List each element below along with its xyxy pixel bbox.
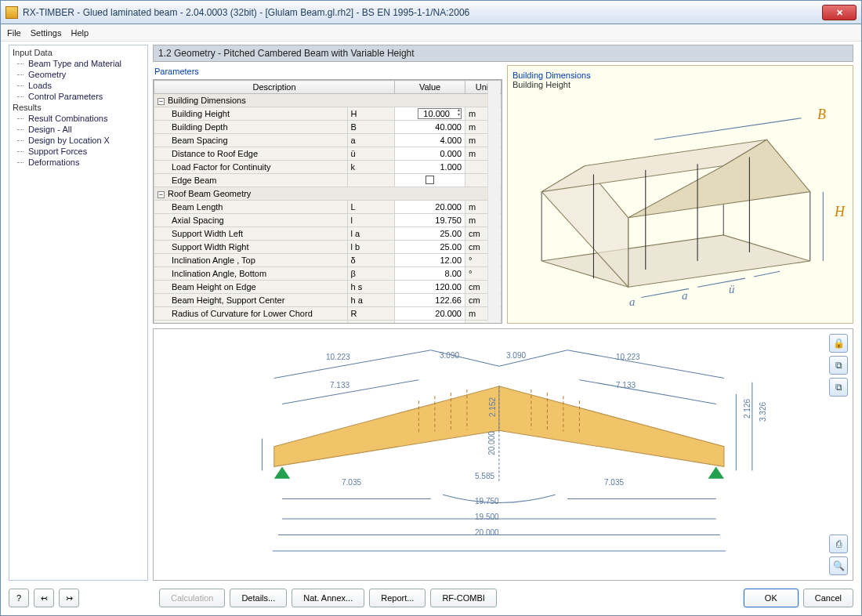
building-title: Building Dimensions bbox=[512, 71, 848, 80]
edge-beam-checkbox[interactable] bbox=[426, 176, 434, 184]
params-label: Parameters bbox=[153, 65, 502, 79]
dim-20000: 20.000 bbox=[475, 528, 499, 537]
svg-line-34 bbox=[579, 380, 715, 404]
nav-control-params[interactable]: Control Parameters bbox=[13, 91, 144, 102]
nav-results-header: Results bbox=[13, 102, 144, 113]
dim-10223-l: 10.223 bbox=[326, 353, 350, 361]
dim-5585: 5.585 bbox=[475, 472, 494, 480]
nat-annex-button[interactable]: Nat. Annex... bbox=[292, 589, 364, 607]
row-distance-roof-edge[interactable]: Distance to Roof Edgeü0.000m bbox=[154, 147, 502, 161]
menu-help[interactable]: Help bbox=[71, 28, 89, 38]
building-panel: Building Dimensions Building Height bbox=[507, 65, 853, 324]
copy-icon[interactable]: ⧉ bbox=[829, 356, 848, 375]
menubar: File Settings Help bbox=[1, 24, 861, 42]
row-incl-bottom[interactable]: Inclination Angle, Bottomβ8.00° bbox=[154, 267, 502, 281]
nav-result-combinations[interactable]: Result Combinations bbox=[13, 113, 144, 124]
params-grid[interactable]: Description Value Unit −Building Dimensi… bbox=[153, 79, 502, 324]
nav-support-forces[interactable]: Support Forces bbox=[13, 146, 144, 157]
content-area: 1.2 Geometry - Pitched Cambered Beam wit… bbox=[153, 45, 853, 581]
view-tools-top: 🔒 ⧉ ⧉ bbox=[829, 334, 848, 397]
row-beam-spacing[interactable]: Beam Spacinga4.000m bbox=[154, 134, 502, 147]
client-area: Input Data Beam Type and Material Geomet… bbox=[1, 42, 861, 581]
nav-geometry[interactable]: Geometry bbox=[13, 69, 144, 80]
footer: ? ↢ ↣ Calculation Details... Nat. Annex.… bbox=[1, 581, 861, 615]
label-u: ü bbox=[729, 283, 735, 296]
print-icon[interactable]: ⎙ bbox=[829, 534, 848, 553]
dim-7133-l: 7.133 bbox=[330, 381, 350, 390]
label-a2: a bbox=[682, 289, 688, 303]
svg-line-13 bbox=[697, 278, 745, 287]
beam-diagram-panel: 10.223 3.090 3.090 10.223 7.133 7.133 2.… bbox=[153, 328, 853, 581]
beam-diagram bbox=[154, 329, 853, 580]
svg-marker-17 bbox=[274, 386, 499, 467]
upper-panels: Parameters Description Value Unit −Build… bbox=[153, 65, 853, 324]
col-description[interactable]: Description bbox=[154, 81, 395, 94]
group-building[interactable]: −Building Dimensions bbox=[154, 94, 502, 107]
close-button[interactable]: ✕ bbox=[822, 5, 857, 20]
search-icon[interactable]: 🔍 bbox=[829, 556, 848, 575]
dim-2126: 2.126 bbox=[743, 399, 752, 419]
nav-input-header: Input Data bbox=[13, 47, 144, 58]
report-button[interactable]: Report... bbox=[369, 589, 426, 607]
row-length-straight[interactable]: Beam Length, Straight Partl 17.092m bbox=[154, 321, 502, 324]
row-load-factor[interactable]: Load Factor for Continuityk1.000 bbox=[154, 161, 502, 174]
row-radius[interactable]: Radius of Curvature for Lower ChordR20.0… bbox=[154, 307, 502, 321]
dim-3090-l: 3.090 bbox=[440, 351, 459, 360]
help-button[interactable]: ? bbox=[9, 589, 29, 607]
next-button[interactable]: ↣ bbox=[59, 589, 79, 607]
row-building-height[interactable]: Building HeightH10.000m bbox=[154, 107, 502, 121]
params-panel: Parameters Description Value Unit −Build… bbox=[153, 65, 502, 324]
app-icon bbox=[5, 6, 18, 19]
row-beam-length[interactable]: Beam LengthL20.000m bbox=[154, 201, 502, 214]
building-3d-diagram bbox=[516, 88, 845, 313]
row-height-support[interactable]: Beam Height, Support Centerh a122.66cm bbox=[154, 294, 502, 307]
svg-line-29 bbox=[274, 350, 431, 379]
prev-button[interactable]: ↢ bbox=[34, 589, 54, 607]
dim-3090-r: 3.090 bbox=[506, 351, 526, 360]
group-roof-beam[interactable]: −Roof Beam Geometry bbox=[154, 187, 502, 201]
nav-design-all[interactable]: Design - All bbox=[13, 124, 144, 135]
svg-marker-28 bbox=[708, 466, 724, 478]
dim-2152: 2.152 bbox=[488, 397, 497, 417]
menu-file[interactable]: File bbox=[7, 28, 21, 38]
ok-button[interactable]: OK bbox=[744, 589, 799, 607]
row-support-right[interactable]: Support Width Rightl b25.00cm bbox=[154, 241, 502, 254]
nav-tree[interactable]: Input Data Beam Type and Material Geomet… bbox=[9, 45, 148, 581]
col-value[interactable]: Value bbox=[395, 81, 465, 94]
svg-marker-27 bbox=[274, 466, 291, 478]
copy2-icon[interactable]: ⧉ bbox=[829, 378, 848, 397]
svg-marker-0 bbox=[541, 235, 810, 287]
nav-beam-type[interactable]: Beam Type and Material bbox=[13, 58, 144, 69]
menu-settings[interactable]: Settings bbox=[31, 28, 62, 38]
svg-marker-18 bbox=[499, 386, 724, 467]
dim-3326: 3.326 bbox=[759, 402, 767, 422]
row-height-edge[interactable]: Beam Height on Edgeh s120.00cm bbox=[154, 281, 502, 294]
svg-line-14 bbox=[754, 271, 780, 277]
label-a1: a bbox=[629, 295, 636, 309]
row-edge-beam[interactable]: Edge Beam bbox=[154, 174, 502, 187]
cancel-button[interactable]: Cancel bbox=[803, 589, 853, 607]
dim-7133-r: 7.133 bbox=[616, 381, 636, 390]
titlebar: RX-TIMBER - Glued laminated beam - 2.04.… bbox=[1, 1, 861, 24]
dim-20000-r: 20.000 bbox=[487, 431, 496, 455]
label-B: B bbox=[817, 107, 826, 123]
dim-10223-r: 10.223 bbox=[616, 353, 640, 361]
dim-19750: 19.750 bbox=[475, 497, 499, 505]
dim-7035-r: 7.035 bbox=[604, 478, 624, 487]
calculation-button[interactable]: Calculation bbox=[159, 589, 225, 607]
window-title: RX-TIMBER - Glued laminated beam - 2.04.… bbox=[23, 7, 822, 18]
lock-icon[interactable]: 🔒 bbox=[829, 334, 848, 353]
row-axial-spacing[interactable]: Axial Spacingl19.750m bbox=[154, 214, 502, 227]
row-incl-top[interactable]: Inclination Angle , Topδ12.00° bbox=[154, 254, 502, 267]
nav-design-location[interactable]: Design by Location X bbox=[13, 135, 144, 146]
nav-deformations[interactable]: Deformations bbox=[13, 157, 144, 168]
grid-scrollbar[interactable] bbox=[487, 82, 500, 321]
details-button[interactable]: Details... bbox=[230, 589, 287, 607]
dim-7035-l: 7.035 bbox=[342, 478, 361, 487]
section-title: 1.2 Geometry - Pitched Cambered Beam wit… bbox=[153, 45, 853, 62]
view-tools-bottom: ⎙ 🔍 bbox=[829, 534, 848, 575]
row-support-left[interactable]: Support Width Leftl a25.00cm bbox=[154, 227, 502, 241]
rf-combi-button[interactable]: RF-COMBI bbox=[430, 589, 496, 607]
row-building-depth[interactable]: Building DepthB40.000m bbox=[154, 121, 502, 134]
nav-loads[interactable]: Loads bbox=[13, 80, 144, 91]
